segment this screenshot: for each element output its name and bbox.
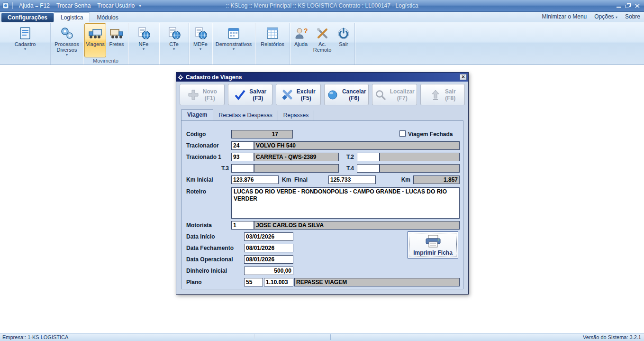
salvar-button[interactable]: Salvar(F3) [228,84,273,105]
cadastro-label: Cadastro [15,41,36,47]
localizar-button[interactable]: Localizar(F7) [372,84,417,105]
viagens-truck-icon [88,25,103,41]
menu-ajuda-f12[interactable]: Ajuda = F12 [19,2,50,9]
dropdown-arrow-icon: ▾ [200,47,201,51]
processos-label: Processos Diversos [54,41,80,53]
close-button[interactable] [635,4,640,8]
viagem-fechada-checkbox[interactable] [399,130,406,137]
cancelar-button[interactable]: Cancelar(F6) [324,84,369,105]
ribbon-group-demonstrativos: Demonstrativos ▾ [212,23,255,65]
ajuda-label: Ajuda [294,41,308,47]
sobre-link[interactable]: Sobre [625,13,640,20]
t2-label: T.2 [341,154,354,160]
relatorios-icon [265,25,280,41]
tracionado1-code-field[interactable] [231,153,254,161]
ribbon-group-processos: Processos Diversos ▾ [51,23,83,65]
group-label-empty [291,57,354,65]
desktop-area: Cadastro de Viagens ✕ Novo(F1) Salvar(F3… [0,65,644,333]
data-inicio-field[interactable] [244,232,293,241]
tab-configuracoes[interactable]: Configurações [1,13,54,22]
tab-repasses[interactable]: Repasses [278,111,314,120]
minimize-button[interactable] [617,4,621,8]
ribbon-button-mdfe[interactable]: MDFe ▾ [190,23,211,57]
cte-icon [167,25,181,41]
ribbon-button-processos-diversos[interactable]: Processos Diversos ▾ [52,23,82,58]
sair-dialog-button[interactable]: Sair(F8) [420,84,465,105]
tab-logistica[interactable]: Logistica [54,12,90,22]
application-window: Ajuda = F12 Trocar Senha Trocar Usuário … [0,0,644,341]
novo-plus-icon [187,89,200,101]
cadastro-viagens-dialog: Cadastro de Viagens ✕ Novo(F1) Salvar(F3… [176,72,469,295]
data-fechamento-field[interactable] [244,244,293,252]
tab-viagem[interactable]: Viagem [181,109,213,121]
t3-code-field[interactable] [231,164,254,173]
ribbon-group-cadastro: Cadastro ▾ [0,23,51,65]
km-final-field[interactable] [328,175,376,184]
power-icon [336,25,351,41]
titlebar-separator [12,2,13,9]
nfe-label: NFe [139,41,149,47]
ribbon-button-cadastro[interactable]: Cadastro ▾ [1,23,49,57]
salvar-key: (F3) [253,95,263,101]
dinheiro-inicial-field[interactable] [244,267,293,275]
ribbon-button-viagens[interactable]: Viagens [84,23,106,57]
relatorios-label: Relatórios [261,41,284,47]
opcoes-link[interactable]: Opções ▾ [594,13,617,20]
km-inicial-field[interactable] [231,175,279,184]
ribbon-group-movimento: Viagens Fretes Movimento [83,23,128,65]
tracionador-code-field[interactable] [231,141,254,150]
restore-button[interactable] [626,3,631,8]
acesso-remoto-tools-icon [315,25,329,41]
ribbon-button-ajuda[interactable]: ? Ajuda [291,23,311,57]
minimizar-menu-link[interactable]: Minimizar o Menu [542,13,587,20]
plano-conta-field[interactable] [264,278,293,286]
novo-button[interactable]: Novo(F1) [180,84,225,105]
cancelar-key: (F6) [349,95,359,101]
roteiro-textarea[interactable] [231,187,460,219]
sair-dialog-label: Sair [445,88,456,95]
novo-label: Novo [203,88,217,95]
group-label-empty [190,57,211,65]
excluir-button[interactable]: Excluir(F5) [276,84,321,105]
ribbon-button-fretes[interactable]: Fretes [106,23,127,57]
sair-dialog-key: (F8) [445,95,455,101]
ribbon-button-relatorios[interactable]: Relatórios [256,23,289,57]
statusbar-versao: Versão do Sistema: 3.2.1 [583,334,641,340]
ajuda-icon: ? [294,25,308,41]
dialog-titlebar[interactable]: Cadastro de Viagens ✕ [176,73,468,82]
cte-label: CTe [169,41,179,47]
motorista-label: Motorista [186,222,212,229]
t2-code-field[interactable] [357,153,380,161]
plano-desc-field [294,278,460,286]
t4-code-field[interactable] [357,164,380,173]
imprimir-ficha-button[interactable]: Imprimir Ficha [408,231,458,258]
mdfe-icon [193,25,208,41]
ribbon-button-cte[interactable]: CTe ▾ [160,23,188,57]
menu-trocar-usuario[interactable]: Trocar Usuário [97,2,135,9]
ribbon-button-sair[interactable]: Sair [334,23,354,57]
opcoes-label: Opções [594,13,614,20]
tab-modulos[interactable]: Módulos [90,12,125,22]
tab-receitas-despesas[interactable]: Receitas e Despesas [213,111,278,120]
data-inicio-label: Data Início [186,233,215,240]
ribbon-group-nfe: NFe ▾ [128,23,159,65]
ribbon-button-ac-remoto[interactable]: Ac. Remoto [311,23,334,57]
motorista-code-field[interactable] [231,221,254,230]
codigo-label: Código [186,131,206,138]
excluir-x-icon [281,89,293,101]
printer-icon [424,234,442,249]
menu-chevron-down-icon[interactable]: ▾ [139,3,141,8]
menu-trocar-senha[interactable]: Trocar Senha [56,2,91,9]
ribbon-button-nfe[interactable]: NFe ▾ [129,23,158,57]
sair-label: Sair [339,41,348,47]
motorista-nome-field [254,221,460,230]
ribbon-button-demonstrativos[interactable]: Demonstrativos ▾ [213,23,254,57]
ribbon-group-mdfe: MDFe ▾ [189,23,212,65]
data-operacional-field[interactable] [244,255,293,264]
dropdown-arrow-icon: ▾ [24,47,26,51]
group-label-empty [1,57,49,65]
km-final-label: Km Final [282,176,308,183]
dropdown-arrow-icon: ▾ [143,47,145,51]
plano-code-field[interactable] [244,278,263,286]
dialog-close-button[interactable]: ✕ [460,74,467,80]
